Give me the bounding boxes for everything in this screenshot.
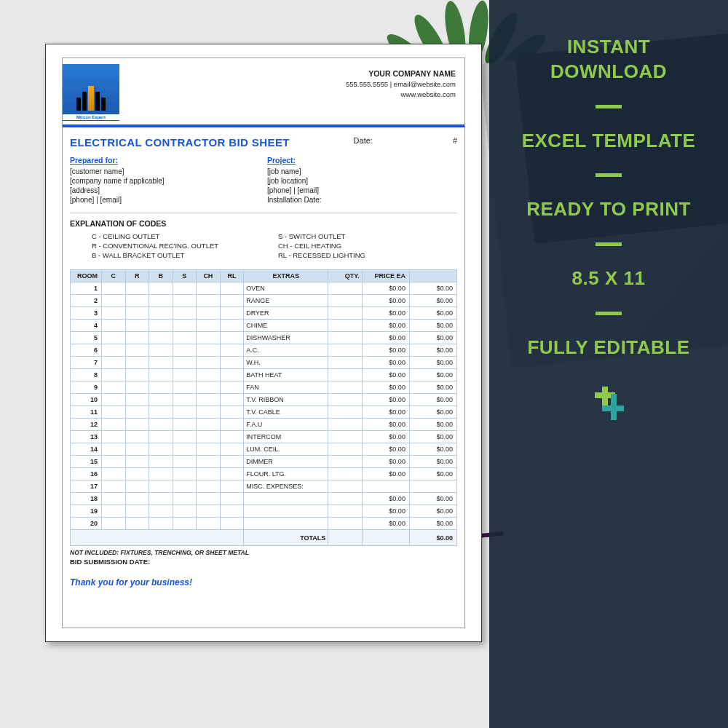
totals-row: TOTALS $0.00 [71, 530, 457, 546]
col-header: C [101, 270, 125, 282]
promo-panel: INSTANT DOWNLOAD EXCEL TEMPLATE READY TO… [489, 0, 728, 728]
company-block: YOUR COMPANY NAME 555.555.5555 | email@w… [346, 64, 459, 100]
prepared-line: [company name if applicable] [70, 177, 260, 185]
promo-item: INSTANT DOWNLOAD [507, 35, 711, 84]
company-site: www.website.com [346, 90, 456, 100]
date-label: Date: [354, 136, 373, 149]
code-line: B - WALL BRACKET OUTLET [92, 251, 271, 259]
divider [596, 242, 622, 246]
project-line: Installation Date: [267, 196, 457, 204]
promo-item: EXCEL TEMPLATE [507, 129, 711, 154]
divider [596, 312, 622, 315]
thanks-line: Thank you for your business! [63, 567, 464, 587]
project-head: Project: [267, 156, 457, 165]
section-rule [70, 213, 457, 213]
table-row: 9FAN$0.00$0.00 [71, 381, 457, 394]
col-header: RL [220, 270, 244, 282]
not-included-note: NOT INCLUDED: FIXTURES, TRENCHING, OR SH… [63, 546, 464, 556]
col-header: R [125, 270, 149, 282]
header-rule [63, 124, 464, 127]
table-row: 14LUM. CEIL.$0.00$0.00 [71, 443, 457, 456]
table-row: 16FLOUR. LTG.$0.00$0.00 [71, 468, 457, 480]
codes-col-left: C - CEILING OUTLET R - CONVENTIONAL REC'… [92, 231, 271, 261]
project-line: [job name] [267, 167, 457, 175]
code-line: RL - RECESSED LIGHTING [278, 251, 457, 259]
table-row: 6A.C.$0.00$0.00 [71, 344, 457, 357]
doc-number: # [453, 136, 457, 149]
table-row: 8BATH HEAT$0.00$0.00 [71, 369, 457, 381]
table-row: 12F.A.U$0.00$0.00 [71, 419, 457, 431]
totals-value: $0.00 [409, 530, 456, 546]
col-header: CH [197, 270, 221, 282]
table-row: 4CHIME$0.00$0.00 [71, 320, 457, 332]
col-header: S [173, 270, 197, 282]
prepared-line: [phone] | [email] [70, 196, 260, 204]
promo-item: FULLY EDITABLE [507, 336, 711, 360]
table-row: 11T.V. CABLE$0.00$0.00 [71, 406, 457, 419]
doc-title: ELECTRICAL CONTRACTOR BID SHEET [70, 136, 290, 149]
divider [596, 173, 622, 177]
brand-mark-icon [592, 387, 625, 420]
prepared-head: Prepared for: [70, 156, 260, 165]
document-sheet: Mircon Expert YOUR COMPANY NAME 555.555.… [45, 44, 482, 642]
table-row: 3DRYER$0.00$0.00 [71, 307, 457, 320]
table-row: 7W.H.$0.00$0.00 [71, 357, 457, 369]
code-line: CH - CEIL HEATING [278, 242, 457, 250]
codes-col-right: S - SWITCH OUTLET CH - CEIL HEATING RL -… [278, 231, 457, 261]
divider [596, 105, 622, 108]
table-row: 5DISHWASHER$0.00$0.00 [71, 332, 457, 344]
bid-table: ROOMCRBSCHRLEXTRASQTY.PRICE EA 1OVEN$0.0… [70, 269, 457, 546]
prepared-line: [customer name] [70, 167, 260, 175]
table-row: 13INTERCOM$0.00$0.00 [71, 431, 457, 443]
company-contact: 555.555.5555 | email@website.com [346, 79, 456, 90]
promo-item: READY TO PRINT [507, 197, 711, 222]
table-row: 19$0.00$0.00 [71, 505, 457, 518]
col-header: PRICE EA [362, 270, 409, 282]
totals-label: TOTALS [244, 530, 328, 546]
project-block: Project: [job name] [job location] [phon… [267, 156, 457, 205]
col-header: EXTRAS [244, 270, 328, 282]
logo-name: Mircon Expert [63, 114, 119, 120]
table-row: 1OVEN$0.00$0.00 [71, 282, 457, 295]
project-line: [job location] [267, 177, 457, 185]
table-row: 18$0.00$0.00 [71, 493, 457, 505]
bid-date-label: BID SUBMISSION DATE: [63, 556, 464, 567]
table-row: 20$0.00$0.00 [71, 518, 457, 530]
company-logo: Mircon Expert [63, 64, 119, 121]
col-header: ROOM [71, 270, 102, 282]
table-row: 15DIMMER$0.00$0.00 [71, 456, 457, 468]
col-header: QTY. [328, 270, 362, 282]
table-row: 17MISC. EXPENSES: [71, 480, 457, 493]
prepared-for-block: Prepared for: [customer name] [company n… [70, 156, 260, 205]
codes-head: EXPLANATION OF CODES [63, 219, 464, 231]
code-line: S - SWITCH OUTLET [278, 232, 457, 240]
table-row: 10T.V. RIBBON$0.00$0.00 [71, 394, 457, 406]
code-line: R - CONVENTIONAL REC'ING. OUTLET [92, 242, 271, 250]
col-header: B [149, 270, 173, 282]
col-header [409, 270, 456, 282]
prepared-line: [address] [70, 186, 260, 194]
code-line: C - CEILING OUTLET [92, 232, 271, 240]
promo-item: 8.5 X 11 [507, 266, 711, 291]
project-line: [phone] | [email] [267, 186, 457, 194]
company-name: YOUR COMPANY NAME [346, 68, 456, 79]
table-row: 2RANGE$0.00$0.00 [71, 295, 457, 307]
